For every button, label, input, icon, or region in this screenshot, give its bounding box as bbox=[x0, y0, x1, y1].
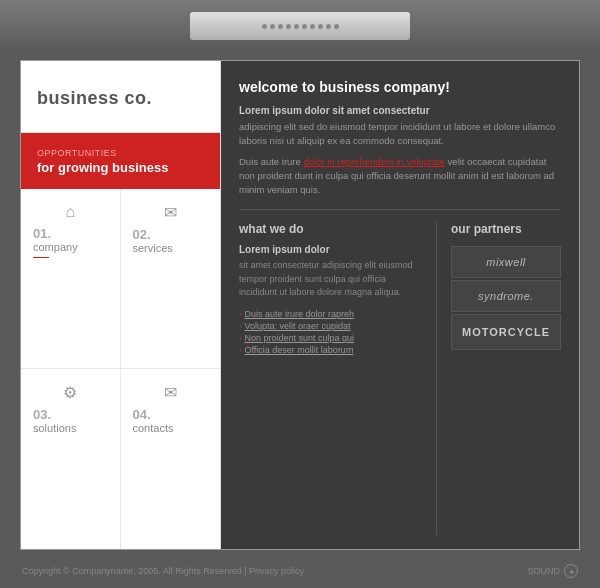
wwd-link-3[interactable]: Non proident sunt culpa qui bbox=[245, 333, 355, 343]
gear-icon: ⚙ bbox=[33, 383, 108, 402]
footer: Copyright © Companyname, 2005. All Right… bbox=[20, 558, 580, 584]
partner-name-syndrome: syndrome. bbox=[478, 290, 534, 302]
what-we-do: what we do Lorem ipsum dolor sit amet co… bbox=[239, 222, 437, 535]
bottom-row: what we do Lorem ipsum dolor sit amet co… bbox=[239, 222, 561, 535]
nav-label-services: services bbox=[133, 242, 173, 254]
nav-grid: ⌂ 01. company ✉ 02. services ⚙ 03. solut… bbox=[21, 189, 220, 549]
partner-name-motorcycle: MOTORCYCLE bbox=[462, 326, 550, 338]
our-partners-title: our partners bbox=[451, 222, 561, 236]
nav-number-4: 04. bbox=[133, 408, 151, 421]
nav-number-1: 01. bbox=[33, 227, 51, 240]
welcome-text1: adipiscing elit sed do eiusmod tempor in… bbox=[239, 120, 561, 149]
nav-item-services[interactable]: ✉ 02. services bbox=[121, 189, 221, 369]
nav-item-company[interactable]: ⌂ 01. company bbox=[21, 189, 121, 369]
wwd-text: sit amet consectetur adipiscing elit eiu… bbox=[239, 259, 422, 300]
wwd-link-4[interactable]: Officia deser mollit laborum bbox=[245, 345, 354, 355]
welcome-text2-before: Duis aute irure bbox=[239, 156, 303, 167]
footer-sound[interactable]: SOUND ◄ bbox=[527, 564, 578, 578]
list-item[interactable]: Non proident sunt culpa qui bbox=[239, 332, 422, 344]
left-panel: business co. opportunities for growing b… bbox=[21, 61, 221, 549]
dot bbox=[286, 24, 291, 29]
partner-box-syndrome[interactable]: syndrome. bbox=[451, 280, 561, 312]
top-bar bbox=[0, 0, 600, 52]
nav-label-contacts: contacts bbox=[133, 422, 174, 434]
list-item[interactable]: Volupta: velit oraer cupidat bbox=[239, 320, 422, 332]
our-partners: our partners mixwell syndrome. MOTORCYCL… bbox=[451, 222, 561, 535]
sound-icon[interactable]: ◄ bbox=[564, 564, 578, 578]
dot bbox=[278, 24, 283, 29]
wwd-bold: Lorem ipsum dolor bbox=[239, 244, 422, 255]
cta-large-label: for growing business bbox=[37, 160, 204, 175]
sound-label: SOUND bbox=[527, 566, 560, 576]
top-bar-dots bbox=[262, 24, 339, 29]
footer-copyright: Copyright © Companyname, 2005. All Right… bbox=[22, 566, 304, 576]
dot bbox=[334, 24, 339, 29]
wwd-link-list: Duis aute irure dolor rapreh Volupta: ve… bbox=[239, 308, 422, 356]
main-container: business co. opportunities for growing b… bbox=[20, 60, 580, 550]
welcome-text2: Duis aute irure dolor in reprehenderit i… bbox=[239, 155, 561, 198]
list-item[interactable]: Officia deser mollit laborum bbox=[239, 344, 422, 356]
brand-name: business co. bbox=[37, 88, 152, 109]
nav-underline bbox=[33, 257, 49, 258]
dot bbox=[294, 24, 299, 29]
dot bbox=[310, 24, 315, 29]
nav-label-solutions: solutions bbox=[33, 422, 76, 434]
welcome-bold: Lorem ipsum dolor sit amet consectetur bbox=[239, 105, 561, 116]
what-we-do-title: what we do bbox=[239, 222, 422, 236]
nav-number-2: 02. bbox=[133, 228, 151, 241]
nav-item-contacts[interactable]: ✉ 04. contacts bbox=[121, 369, 221, 549]
partner-name-mixwell: mixwell bbox=[486, 256, 526, 268]
nav-number-3: 03. bbox=[33, 408, 51, 421]
dot bbox=[270, 24, 275, 29]
cta-small-label: opportunities bbox=[37, 148, 204, 158]
dot bbox=[302, 24, 307, 29]
welcome-link[interactable]: dolor in reprehenderit in voluptate bbox=[303, 156, 445, 167]
nav-label-company: company bbox=[33, 241, 78, 253]
dot bbox=[262, 24, 267, 29]
top-bar-inner bbox=[190, 12, 410, 40]
wwd-link-1[interactable]: Duis aute irure dolor rapreh bbox=[245, 309, 355, 319]
envelope-icon: ✉ bbox=[133, 383, 209, 402]
list-item[interactable]: Duis aute irure dolor rapreh bbox=[239, 308, 422, 320]
right-panel: welcome to business company! Lorem ipsum… bbox=[221, 61, 579, 549]
mail-icon: ✉ bbox=[133, 203, 209, 222]
home-icon: ⌂ bbox=[33, 203, 108, 221]
welcome-title: welcome to business company! bbox=[239, 79, 561, 95]
welcome-section: welcome to business company! Lorem ipsum… bbox=[239, 79, 561, 210]
cta-banner[interactable]: opportunities for growing business bbox=[21, 133, 220, 189]
partner-box-motorcycle[interactable]: MOTORCYCLE bbox=[451, 314, 561, 350]
nav-item-solutions[interactable]: ⚙ 03. solutions bbox=[21, 369, 121, 549]
dot bbox=[326, 24, 331, 29]
dot bbox=[318, 24, 323, 29]
wwd-link-2[interactable]: Volupta: velit oraer cupidat bbox=[245, 321, 351, 331]
partner-box-mixwell[interactable]: mixwell bbox=[451, 246, 561, 278]
brand-area: business co. bbox=[21, 61, 220, 133]
